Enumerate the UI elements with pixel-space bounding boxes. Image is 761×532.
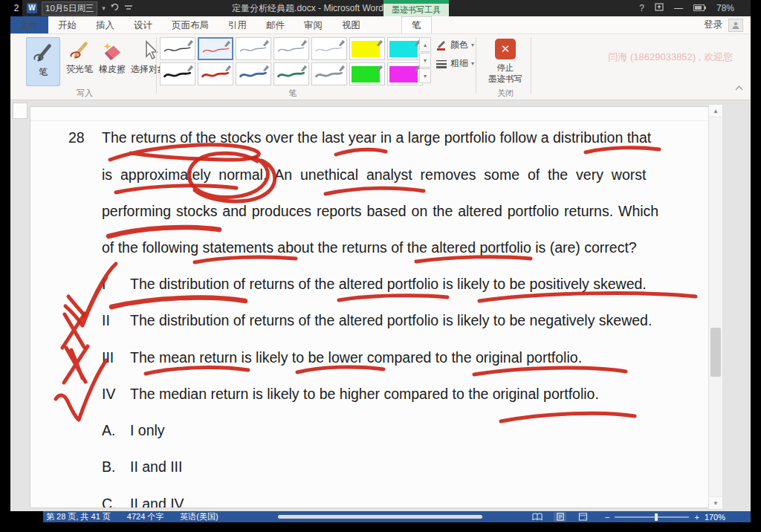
print-layout-icon[interactable] <box>554 512 566 522</box>
pen-style-swatch[interactable] <box>160 37 195 60</box>
restore-icon[interactable] <box>655 3 664 13</box>
stop-inking-label-1: 停止 <box>483 62 528 74</box>
sign-in-link[interactable]: 登录 <box>704 19 722 31</box>
pen-style-swatch[interactable] <box>273 37 309 60</box>
zoom-out-button[interactable]: − <box>605 513 609 522</box>
stop-inking-label-2: 墨迹书写 <box>483 74 528 85</box>
margin-boundary-line <box>30 120 710 121</box>
highlighter-style-swatch[interactable] <box>387 37 423 60</box>
tab-pen-active[interactable]: 笔 <box>401 16 432 33</box>
group-divider <box>156 37 157 94</box>
zoom-percentage[interactable]: 170% <box>705 513 725 522</box>
scroll-up-arrow[interactable]: ▲ <box>709 105 722 117</box>
web-layout-icon[interactable] <box>577 512 589 522</box>
tab-home[interactable]: 开始 <box>48 16 86 33</box>
read-mode-icon[interactable] <box>531 512 543 522</box>
recorder-overlay-number: 2 <box>10 0 22 16</box>
close-group-label: 关闭 <box>476 88 535 99</box>
document-page[interactable]: 28 The returns of the stocks over the la… <box>30 106 710 508</box>
tab-page-layout[interactable]: 页面布局 <box>162 16 218 33</box>
battery-icon <box>693 3 706 13</box>
redo-icon[interactable] <box>110 2 120 14</box>
chevron-down-icon[interactable]: ▾ <box>102 4 106 12</box>
item-text-1: The distribution of returns of the alter… <box>130 276 647 293</box>
question-line-2: is approximately normal. An unethical an… <box>102 166 646 184</box>
pen-style-swatch[interactable] <box>311 62 347 85</box>
ink-color-button[interactable]: 颜色▾ <box>435 39 474 51</box>
page-info[interactable]: 第 28 页, 共 41 页 <box>46 511 111 522</box>
quick-access-customize-icon[interactable] <box>124 3 133 13</box>
stop-inking-icon: ✕ <box>495 39 516 59</box>
word-window: 2 W 10月5日周三 ▾ 定量分析经典题.docx - Microsoft W… <box>10 0 751 522</box>
ribbon: 笔 荧光笔 橡皮擦 选择对象 写入 <box>10 34 751 100</box>
minimize-icon[interactable]: — <box>674 3 683 13</box>
question-line-4: of the following statements about the re… <box>102 239 637 256</box>
pen-style-swatch[interactable] <box>160 62 195 85</box>
gallery-up-arrow[interactable]: ▴ <box>419 37 431 52</box>
recorder-overlay-patch <box>10 511 43 522</box>
highlighter-style-swatch[interactable] <box>349 62 385 85</box>
zoom-in-button[interactable]: + <box>694 513 699 522</box>
tab-review[interactable]: 审阅 <box>294 16 332 33</box>
pen-style-swatch-selected[interactable] <box>198 37 233 60</box>
tab-design[interactable]: 设计 <box>124 16 162 33</box>
pen-icon <box>32 42 54 64</box>
eraser-icon <box>101 40 123 61</box>
gallery-down-arrow[interactable]: ▾ <box>419 53 431 68</box>
language-indicator[interactable]: 英语(美国) <box>180 511 218 522</box>
vertical-scrollbar[interactable]: ▲ ▼ <box>708 104 723 510</box>
group-divider <box>531 37 531 94</box>
page-corner-marker <box>13 103 27 119</box>
highlighter-tool-button[interactable]: 荧光笔 <box>64 39 95 76</box>
highlighter-style-swatch[interactable] <box>349 37 385 60</box>
avatar[interactable] <box>728 19 743 32</box>
pen-style-swatch[interactable] <box>236 62 271 85</box>
pen-style-swatch[interactable] <box>273 62 309 85</box>
highlighter-style-swatch[interactable] <box>387 62 423 85</box>
help-icon[interactable]: ? <box>639 3 644 13</box>
write-group-label: 写入 <box>55 88 114 99</box>
ink-thickness-button[interactable]: 粗细▾ <box>435 57 474 70</box>
ink-thickness-label: 粗细 <box>450 57 468 70</box>
word-app-icon: W <box>27 3 37 13</box>
word-count[interactable]: 4724 个字 <box>127 511 164 522</box>
question-line-3: performing stocks and produces reports b… <box>102 203 658 220</box>
item-numeral-4: IV <box>102 386 115 403</box>
tab-view[interactable]: 视图 <box>332 16 370 33</box>
item-numeral-3: III <box>102 349 114 366</box>
gallery-scroll-arrows: ▴ ▾ ▾ <box>419 37 431 84</box>
scroll-down-arrow[interactable]: ▼ <box>709 496 722 509</box>
stop-inking-button[interactable]: ✕ 停止 墨迹书写 <box>483 37 528 85</box>
group-divider <box>476 37 476 94</box>
document-area: 28 The returns of the stocks over the la… <box>10 100 751 511</box>
item-text-3: The mean return is likely to be lower co… <box>130 349 582 366</box>
tab-references[interactable]: 引用 <box>218 16 256 33</box>
eraser-tool-button[interactable]: 橡皮擦 <box>97 39 128 76</box>
question-number: 28 <box>68 129 85 146</box>
option-text-b: II and III <box>130 458 182 476</box>
watermark-text: 闫海 (18629033852) , 欢迎您 <box>608 51 733 64</box>
highlighter-icon <box>68 40 91 61</box>
zoom-slider-thumb[interactable] <box>655 513 658 521</box>
ink-color-icon <box>435 40 447 51</box>
pen-style-swatch[interactable] <box>311 37 347 60</box>
collapse-ribbon-icon[interactable] <box>736 85 743 92</box>
horizontal-scrollbar-thumb[interactable] <box>278 515 482 519</box>
pen-tool-label: 笔 <box>27 66 59 79</box>
tab-insert[interactable]: 插入 <box>86 16 124 33</box>
ribbon-tab-row: 文件 开始 插入 设计 页面布局 引用 邮件 审阅 视图 笔 登录 <box>10 16 751 34</box>
pen-style-swatch[interactable] <box>198 62 233 85</box>
vertical-scrollbar-thumb[interactable] <box>710 328 721 377</box>
ink-tools-contextual-header: 墨迹书写工具 <box>383 0 449 16</box>
title-bar: 2 W 10月5日周三 ▾ 定量分析经典题.docx - Microsoft W… <box>10 0 751 16</box>
option-letter-c: C. <box>102 496 117 508</box>
tab-file[interactable]: 文件 <box>10 16 48 33</box>
pen-style-swatch[interactable] <box>236 37 271 60</box>
option-letter-a: A. <box>102 422 115 439</box>
zoom-slider[interactable] <box>615 516 689 518</box>
pen-tool-button[interactable]: 笔 <box>26 37 60 86</box>
recorder-overlay-date: 10月5日周三 <box>42 1 97 16</box>
eraser-label: 橡皮擦 <box>97 63 128 76</box>
gallery-more-arrow[interactable]: ▾ <box>419 68 431 83</box>
tab-mailings[interactable]: 邮件 <box>256 16 294 33</box>
